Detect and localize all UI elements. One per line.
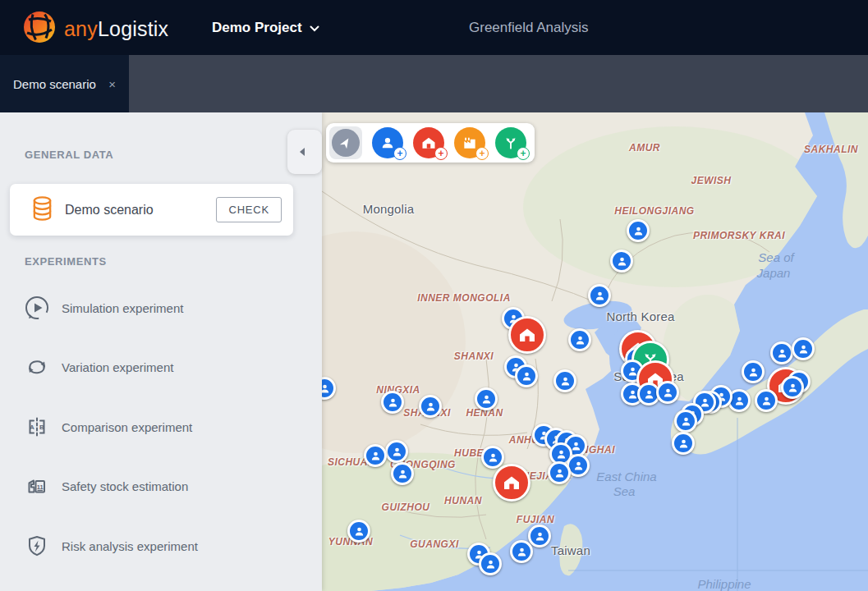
map-viewport[interactable]: MongoliaAMURSAKHALINJEWISHHEILONGJIANGPR… (322, 112, 868, 591)
customer-marker[interactable] (610, 250, 633, 273)
svg-text:A: A (30, 424, 34, 431)
customer-marker[interactable] (391, 462, 414, 485)
database-icon (31, 195, 53, 225)
customer-marker[interactable] (627, 219, 650, 242)
customer-marker[interactable] (515, 364, 538, 387)
ab-compare-icon: A B (21, 410, 53, 443)
customer-marker[interactable] (672, 432, 695, 455)
play-circle-icon (21, 291, 53, 324)
customer-marker[interactable] (419, 395, 442, 418)
customer-marker[interactable] (674, 410, 697, 433)
select-tool-button[interactable] (329, 126, 362, 159)
app-header: anyLogistix Demo Project Greenfield Anal… (0, 0, 868, 55)
customer-marker[interactable] (588, 284, 611, 307)
scenario-card[interactable]: Demo scenario CHECK (10, 184, 293, 236)
tab-demo-scenario[interactable]: Demo scenario × (0, 55, 129, 112)
warehouse-stock-icon: 11 (21, 470, 53, 502)
experiments-heading: EXPERIMENTS (25, 255, 107, 268)
customer-marker[interactable] (528, 525, 551, 547)
customer-marker[interactable] (770, 341, 793, 364)
chevron-down-icon (310, 20, 319, 36)
experiment-comparison[interactable]: A B Comparison experiment (0, 404, 322, 450)
loop-arrows-icon (21, 350, 53, 383)
project-dropdown[interactable]: Demo Project (212, 0, 319, 55)
collapse-sidebar-button[interactable] (287, 130, 322, 174)
add-customer-button[interactable]: + (372, 127, 403, 158)
logo-sphere-icon (21, 9, 57, 48)
customer-marker[interactable] (755, 389, 778, 412)
svg-text:11: 11 (37, 483, 44, 491)
customer-marker[interactable] (475, 387, 498, 410)
general-data-heading: GENERAL DATA (25, 149, 113, 161)
customer-marker[interactable] (364, 444, 387, 467)
customer-marker[interactable] (510, 540, 533, 563)
customer-marker[interactable] (568, 328, 591, 351)
scenario-name: Demo scenario (65, 203, 216, 218)
add-factory-button[interactable]: + (454, 127, 485, 158)
map-toolbar: + + + (326, 123, 535, 163)
add-supplier-button[interactable]: + (495, 127, 526, 158)
customer-marker[interactable] (548, 461, 571, 484)
experiment-risk-analysis[interactable]: Risk analysis experiment (0, 523, 322, 569)
customer-marker[interactable] (742, 360, 765, 383)
customer-marker[interactable] (381, 391, 404, 414)
page-title: Greenfield Analysis (469, 0, 589, 55)
sidebar: GENERAL DATA Demo scenario CHECK EXPERIM… (0, 112, 322, 591)
tab-strip: Demo scenario × (0, 55, 868, 112)
cursor-icon (332, 129, 360, 157)
customer-marker[interactable] (347, 520, 370, 543)
customer-marker[interactable] (385, 440, 408, 463)
anylogistix-logo: anyLogistix (21, 9, 168, 48)
experiment-variation[interactable]: Variation experiment (0, 344, 322, 390)
add-dc-button[interactable]: + (413, 127, 444, 158)
check-button[interactable]: CHECK (216, 197, 282, 222)
logo-wordmark: anyLogistix (64, 17, 168, 41)
experiment-simulation[interactable]: Simulation experiment (0, 285, 322, 331)
dc-marker[interactable] (508, 316, 546, 354)
customer-marker[interactable] (479, 552, 502, 575)
experiment-safety-stock[interactable]: 11 Safety stock estimation (0, 463, 322, 509)
shield-bolt-icon (21, 529, 53, 562)
collapse-arrow-icon (300, 148, 305, 156)
svg-text:B: B (39, 424, 44, 431)
customer-marker[interactable] (792, 337, 815, 360)
customer-marker[interactable] (481, 446, 504, 469)
dc-marker[interactable] (493, 464, 530, 502)
anylogistix-app: anyLogistix Demo Project Greenfield Anal… (0, 0, 868, 591)
close-tab-icon[interactable]: × (108, 77, 116, 91)
customer-marker[interactable] (553, 369, 576, 392)
customer-marker[interactable] (781, 376, 804, 399)
customer-marker[interactable] (656, 381, 679, 404)
